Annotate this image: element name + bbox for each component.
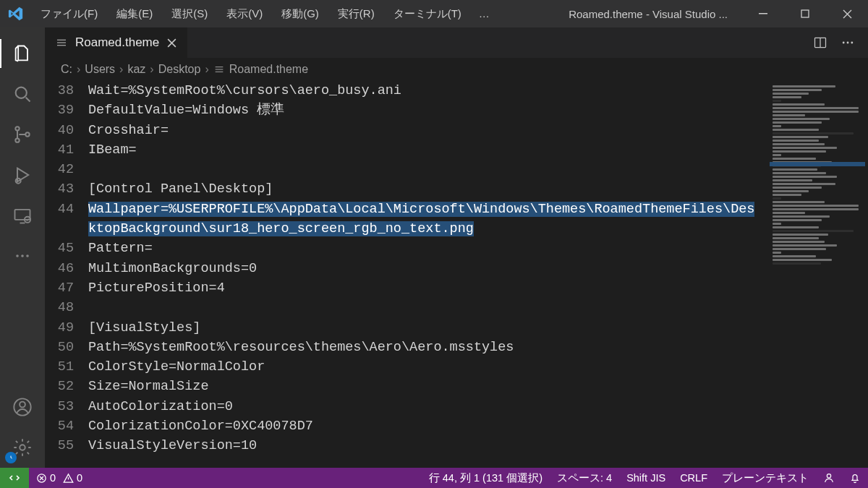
- breadcrumb-segment[interactable]: C:: [61, 63, 72, 76]
- svg-point-17: [843, 42, 845, 44]
- tab-roamed-theme[interactable]: Roamed.theme: [45, 27, 188, 58]
- svg-point-11: [26, 254, 29, 257]
- menu-run[interactable]: 実行(R): [329, 4, 383, 24]
- status-bar: 0 0 行 44, 列 1 (131 個選択) スペース: 4 Shift JI…: [0, 468, 868, 488]
- menu-go[interactable]: 移動(G): [273, 4, 328, 24]
- chevron-right-icon: ›: [77, 63, 80, 76]
- svg-point-2: [16, 87, 27, 98]
- more-icon[interactable]: [0, 236, 45, 276]
- breadcrumb-segment[interactable]: Users: [85, 63, 115, 76]
- tab-close-icon[interactable]: [166, 38, 177, 48]
- activity-bar: [0, 27, 45, 468]
- line-number-gutter: 383940414243444546474849505152535455: [45, 81, 88, 468]
- svg-rect-7: [15, 210, 30, 220]
- warning-count: 0: [77, 472, 82, 484]
- remote-indicator[interactable]: [0, 468, 29, 488]
- status-eol[interactable]: CRLF: [673, 472, 715, 484]
- editor-group: Roamed.theme C:› Users› kaz› Desktop›: [45, 27, 868, 468]
- menu-view[interactable]: 表示(V): [218, 4, 271, 24]
- breadcrumbs[interactable]: C:› Users› kaz› Desktop› Roamed.theme: [45, 58, 868, 81]
- menu-selection[interactable]: 選択(S): [163, 4, 216, 24]
- run-debug-icon[interactable]: [0, 155, 45, 195]
- status-encoding[interactable]: Shift JIS: [619, 472, 673, 484]
- chevron-right-icon: ›: [150, 63, 153, 76]
- menu-more-icon[interactable]: …: [472, 4, 497, 24]
- svg-point-18: [847, 42, 849, 44]
- remote-explorer-icon[interactable]: [0, 195, 45, 236]
- accounts-icon[interactable]: [0, 387, 45, 427]
- error-count: 0: [50, 472, 56, 484]
- svg-point-4: [15, 138, 19, 142]
- svg-point-14: [20, 445, 25, 450]
- status-feedback-icon[interactable]: [816, 472, 842, 484]
- svg-point-19: [851, 42, 853, 44]
- minimize-button[interactable]: [742, 0, 784, 27]
- breadcrumb-file[interactable]: Roamed.theme: [213, 63, 308, 76]
- breadcrumb-segment[interactable]: Desktop: [158, 63, 201, 76]
- status-cursor-position[interactable]: 行 44, 列 1 (131 個選択): [422, 471, 550, 485]
- menu-bar: ファイル(F) 編集(E) 選択(S) 表示(V) 移動(G) 実行(R) ター…: [32, 4, 497, 24]
- svg-point-3: [15, 127, 19, 130]
- code-editor[interactable]: 383940414243444546474849505152535455 Wai…: [45, 81, 767, 468]
- title-bar: ファイル(F) 編集(E) 選択(S) 表示(V) 移動(G) 実行(R) ター…: [0, 0, 868, 27]
- minimap[interactable]: [767, 81, 868, 468]
- clock-badge-icon: [5, 452, 17, 463]
- window-controls: [742, 0, 868, 27]
- chevron-right-icon: ›: [205, 63, 208, 76]
- tab-label: Roamed.theme: [75, 35, 159, 50]
- editor-more-icon[interactable]: [841, 35, 855, 50]
- svg-point-9: [16, 254, 19, 257]
- svg-point-5: [25, 132, 29, 136]
- code-content[interactable]: Wait=%SystemRoot%\cursors\aero_busy.aniD…: [88, 81, 767, 468]
- svg-point-21: [827, 474, 830, 478]
- explorer-icon[interactable]: [0, 33, 45, 74]
- svg-point-10: [21, 254, 24, 257]
- tab-bar: Roamed.theme: [45, 27, 868, 58]
- menu-file[interactable]: ファイル(F): [32, 4, 106, 24]
- maximize-button[interactable]: [784, 0, 826, 27]
- status-indentation[interactable]: スペース: 4: [550, 471, 619, 485]
- split-editor-icon[interactable]: [813, 35, 827, 50]
- minimap-content: [773, 85, 862, 265]
- status-notifications-icon[interactable]: [842, 472, 868, 484]
- settings-gear-icon[interactable]: [0, 427, 45, 468]
- svg-rect-1: [801, 10, 809, 17]
- search-icon[interactable]: [0, 74, 45, 114]
- breadcrumb-segment[interactable]: kaz: [127, 63, 145, 76]
- svg-rect-0: [759, 13, 767, 14]
- menu-edit[interactable]: 編集(E): [108, 4, 161, 24]
- source-control-icon[interactable]: [0, 114, 45, 155]
- menu-terminal[interactable]: ターミナル(T): [385, 4, 470, 24]
- svg-point-13: [20, 402, 25, 408]
- close-button[interactable]: [826, 0, 868, 27]
- status-language-mode[interactable]: プレーンテキスト: [715, 471, 816, 485]
- window-title: Roamed.theme - Visual Studio ...: [569, 8, 742, 20]
- minimap-highlight: [770, 162, 865, 166]
- file-icon: [55, 36, 68, 49]
- vscode-logo-icon: [0, 6, 32, 22]
- chevron-right-icon: ›: [119, 63, 123, 76]
- status-problems[interactable]: 0 0: [29, 472, 90, 484]
- main-area: Roamed.theme C:› Users› kaz› Desktop›: [0, 27, 868, 468]
